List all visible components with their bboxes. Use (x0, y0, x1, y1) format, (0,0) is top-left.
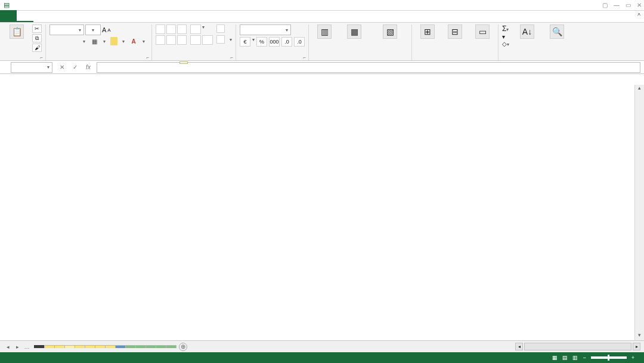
zoom-out-button[interactable]: − (583, 355, 586, 361)
group-label-font: ⌐ (49, 60, 148, 60)
view-layout-button[interactable]: ▤ (562, 355, 568, 361)
cut-button[interactable]: ✂ (32, 24, 42, 33)
border-button[interactable]: ▦ (90, 37, 98, 45)
conditional-formatting-button[interactable]: ▥ (312, 24, 336, 40)
minimize-icon[interactable]: — (614, 2, 620, 8)
zoom-slider[interactable] (591, 356, 627, 359)
font-launcher-icon[interactable]: ⌐ (146, 55, 149, 60)
autosum-button[interactable]: Σ▾ (502, 24, 509, 33)
hscroll-track[interactable] (524, 343, 631, 350)
name-box[interactable]: ▾ (11, 62, 52, 73)
insert-cells-button[interactable]: ⊞ (416, 24, 439, 40)
number-launcher-icon[interactable]: ⌐ (303, 55, 306, 60)
percent-button[interactable]: % (256, 37, 267, 47)
formula-input[interactable] (97, 62, 640, 73)
copy-button[interactable]: ⧉ (32, 34, 42, 42)
wrap-text-button[interactable] (216, 24, 232, 33)
cell-styles-button[interactable]: ▧ (372, 24, 408, 40)
group-cells: ⊞ ⊟ ▭ (413, 24, 499, 60)
clipboard-launcher-icon[interactable]: ⌐ (40, 55, 43, 60)
sheet-tab-vpma[interactable] (75, 345, 85, 348)
ribbon: 📋 ✂ ⧉ 🖌 ⌐ ▾ ▾ A A (0, 23, 644, 61)
fill-button[interactable]: ▾ (502, 33, 509, 40)
format-as-table-button[interactable]: ▦ (342, 24, 366, 40)
hscroll-left-button[interactable]: ◂ (515, 343, 523, 350)
sort-filter-icon: A↓ (520, 24, 534, 39)
ribbon-display-icon[interactable]: ▢ (602, 2, 608, 8)
format-cells-button[interactable]: ▭ (470, 24, 494, 40)
font-name-dropdown[interactable]: ▾ (49, 24, 84, 35)
alignment-launcher-icon[interactable]: ⌐ (230, 55, 233, 60)
grow-font-button[interactable]: A (102, 26, 106, 33)
tab-ellipsis-button[interactable]: … (23, 343, 31, 351)
sheet-tab-ustvoranm[interactable] (156, 345, 166, 348)
paste-button[interactable]: 📋 (5, 24, 29, 40)
thousands-button[interactable]: 000 (269, 37, 280, 47)
font-size-dropdown[interactable]: ▾ (85, 24, 101, 35)
italic-button[interactable] (60, 37, 68, 45)
vertical-scrollbar[interactable]: ▴ ▾ (634, 85, 644, 340)
group-label-styles (312, 60, 408, 60)
view-normal-button[interactable]: ▦ (552, 355, 558, 361)
scroll-up-button[interactable]: ▴ (635, 85, 644, 93)
tab-scroll-right-button[interactable]: ▸ (13, 343, 21, 351)
view-pagebreak-button[interactable]: ▥ (572, 355, 578, 361)
maximize-icon[interactable]: ▭ (626, 2, 631, 8)
sheet-tab-bewirt[interactable] (64, 345, 75, 348)
decrease-indent-button[interactable] (190, 35, 201, 45)
delete-cells-button[interactable]: ⊟ (443, 24, 467, 40)
increase-decimal-button[interactable]: .0 (281, 37, 292, 47)
tab-seitenlayout[interactable] (50, 19, 67, 22)
merge-center-button[interactable]: ▾ (216, 35, 232, 44)
ribbon-tabs: ^ (0, 11, 644, 23)
decrease-decimal-button[interactable]: .0 (294, 37, 305, 47)
format-painter-button[interactable]: 🖌 (32, 44, 42, 52)
sheet-tab-einn[interactable] (44, 345, 55, 348)
tab-file[interactable] (0, 10, 17, 22)
accounting-button[interactable]: € (240, 37, 250, 47)
sheet-tab-privatentn[interactable] (145, 345, 156, 348)
add-sheet-button[interactable]: ⊕ (179, 343, 187, 351)
tab-einfuegen[interactable] (33, 19, 50, 22)
cancel-formula-button[interactable]: ✕ (57, 63, 67, 72)
tab-formeln[interactable] (67, 19, 83, 22)
tab-scroll-left-button[interactable]: ◂ (4, 343, 12, 351)
zoom-in-button[interactable]: + (631, 355, 634, 361)
sheet-tab-ustzahl[interactable] (85, 345, 95, 348)
align-grid[interactable] (156, 24, 187, 45)
group-editing: Σ▾ ▾ ◇▾ A↓ 🔍 (500, 24, 572, 60)
sheet-tab-prausg[interactable] (115, 345, 126, 348)
bold-button[interactable] (49, 37, 58, 45)
table-icon: ▦ (347, 24, 361, 39)
tab-daten[interactable] (83, 19, 100, 22)
sheet-tab-anlageverm[interactable] (95, 345, 106, 348)
sheet-tab-euer[interactable] (135, 345, 146, 348)
sheet-tab-uste[interactable] (166, 345, 177, 348)
fill-color-button[interactable] (110, 37, 117, 45)
tab-ansicht[interactable] (117, 19, 134, 22)
help-caret-icon[interactable]: ^ (637, 13, 640, 19)
scroll-down-button[interactable]: ▾ (635, 332, 644, 340)
find-select-button[interactable]: 🔍 (545, 24, 569, 40)
enter-formula-button[interactable]: ✓ (70, 63, 80, 72)
tab-entwicklertools[interactable] (134, 19, 150, 22)
fx-button[interactable]: fx (83, 63, 93, 72)
sheet-tab-gwg[interactable] (105, 345, 116, 348)
clear-button[interactable]: ◇▾ (502, 41, 509, 47)
hscroll-right-button[interactable]: ▸ (633, 343, 640, 350)
shrink-font-button[interactable]: A (107, 27, 110, 33)
sort-filter-button[interactable]: A↓ (515, 24, 539, 40)
underline-button[interactable] (70, 37, 78, 45)
group-number: ▾ €▾ % 000 .0 .0 ⌐ (237, 24, 309, 60)
tab-start[interactable] (17, 19, 33, 22)
sheet-tab-bar: ◂ ▸ … ⊕ ◂ ▸ (0, 340, 644, 352)
sheet-tab-bwa[interactable] (125, 345, 136, 348)
sheet-tab-liesmich[interactable] (34, 345, 45, 348)
tab-ueberpruefen[interactable] (100, 19, 117, 22)
sheet-tab-ausg[interactable] (54, 345, 65, 348)
number-format-dropdown[interactable]: ▾ (240, 24, 291, 35)
close-icon[interactable]: ✕ (637, 2, 642, 8)
font-color-button[interactable]: A (129, 37, 138, 45)
orientation-button[interactable] (190, 24, 201, 34)
increase-indent-button[interactable] (202, 35, 213, 45)
